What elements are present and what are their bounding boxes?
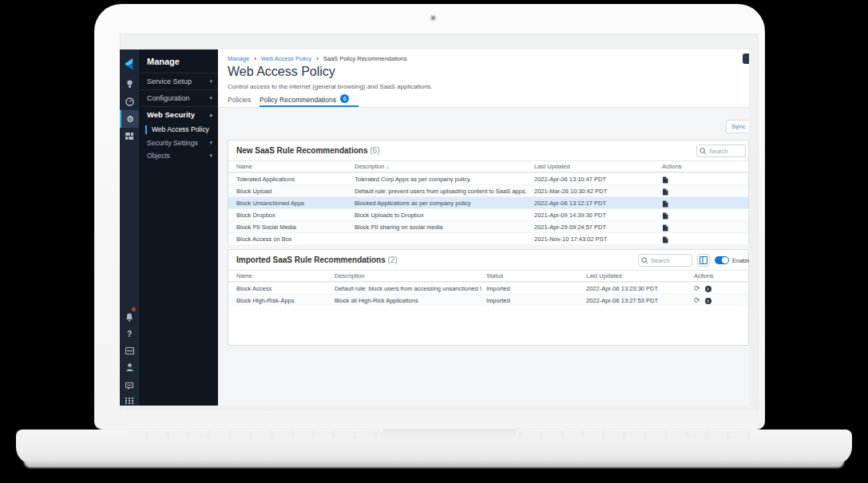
content-area: Sync New SaaS Rule Recommendations (6) (218, 108, 749, 406)
sync-button[interactable]: Sync (726, 120, 749, 133)
import-rule-icon[interactable] (662, 224, 668, 232)
column-header-actions: Actions (662, 161, 742, 172)
sidebar-item-objects[interactable]: Objects ▾ (139, 149, 218, 162)
search-icon (700, 148, 707, 155)
import-rule-icon[interactable] (662, 176, 668, 184)
sidebar-item-web-access-policy[interactable]: Web Access Policy (139, 123, 218, 137)
breadcrumb-manage[interactable]: Manage (228, 55, 249, 62)
import-rule-icon[interactable] (662, 188, 668, 196)
user-icon[interactable] (120, 359, 139, 375)
tab-bar: Policies Policy Recommendations 6 (218, 94, 749, 108)
page-header: Manage › Web Access Policy › SaaS Policy… (218, 49, 749, 108)
laptop-base (16, 430, 852, 465)
laptop-shadow (24, 461, 844, 468)
sidebar: Manage Service Setup ▾ Configuration ▾ W… (139, 49, 218, 406)
table-row-selected[interactable]: Block Unsanctioned Apps Blocked Applicat… (228, 196, 748, 208)
search-icon (641, 257, 648, 264)
page-subtitle: Control access to the internet (general … (228, 83, 433, 90)
column-picker-button[interactable] (697, 254, 710, 267)
column-header-name[interactable]: Name (236, 161, 350, 172)
lightbulb-icon[interactable] (120, 76, 139, 92)
info-icon[interactable]: i (705, 298, 711, 304)
resync-icon[interactable]: ⟳ (694, 296, 700, 304)
table-row[interactable]: Block Access Default rule: block users f… (228, 282, 748, 294)
trackpad-notch (383, 430, 516, 441)
column-header-actions: Actions (694, 271, 742, 282)
feedback-chat-icon[interactable] (120, 378, 139, 394)
columns-icon (700, 256, 707, 264)
gear-icon[interactable]: ⚙ (120, 110, 139, 128)
import-rule-icon[interactable] (662, 212, 668, 220)
sidebar-item-service-setup[interactable]: Service Setup ▾ (139, 73, 218, 89)
active-indicator (145, 125, 147, 134)
chevron-down-icon: ▾ (209, 73, 212, 89)
chevron-down-icon: ▾ (209, 137, 212, 149)
bell-notification-icon[interactable] (120, 309, 139, 325)
sidebar-item-web-security[interactable]: Web Security ▴ (139, 107, 218, 123)
layout-grid-icon[interactable] (120, 129, 139, 145)
laptop-mockup: ⚙ ? Manage (0, 0, 868, 483)
breadcrumb: Manage › Web Access Policy › SaaS Policy… (228, 55, 407, 62)
column-header-last-updated[interactable]: Last Updated (586, 271, 688, 282)
column-header-last-updated[interactable]: Last Updated (534, 161, 656, 172)
sort-descending-icon: ↓ (386, 164, 390, 169)
import-rule-icon[interactable] (662, 200, 668, 208)
table-row[interactable]: Block Upload Default rule: prevent users… (228, 184, 748, 196)
app-launcher-icon[interactable] (120, 393, 139, 406)
dashboard-gauge-icon[interactable] (120, 93, 139, 109)
sidebar-item-configuration[interactable]: Configuration ▾ (139, 90, 218, 106)
sidebar-item-security-settings[interactable]: Security Settings ▾ (139, 137, 218, 149)
new-saas-recommendations-card: New SaaS Rule Recommendations (6) Name D… (228, 140, 749, 244)
chevron-down-icon: ▾ (209, 90, 212, 106)
table-row[interactable]: Block High-Risk-Apps Block all High-Rick… (228, 294, 748, 306)
sidebar-title: Manage (139, 49, 218, 73)
card-header: New SaaS Rule Recommendations (6) (228, 141, 748, 161)
toggle-knob (722, 257, 728, 263)
row-count: (6) (370, 146, 379, 155)
tab-policies[interactable]: Policies (228, 94, 251, 107)
search-input[interactable] (651, 255, 690, 266)
column-header-status[interactable]: Status (486, 271, 581, 282)
status-badge: Imported (486, 283, 581, 295)
row-count: (2) (388, 255, 398, 264)
card-title: Imported SaaS Rule Recommendations (2) (236, 255, 398, 264)
breadcrumb-separator: › (254, 55, 256, 62)
breadcrumb-web-access-policy[interactable]: Web Access Policy (261, 55, 311, 62)
icon-rail: ⚙ ? (120, 49, 139, 406)
tab-policy-recommendations[interactable]: Policy Recommendations 6 (260, 94, 359, 107)
status-badge: Imported (486, 295, 581, 307)
tab-count-badge: 6 (340, 94, 349, 103)
main-content: Manage › Web Access Policy › SaaS Policy… (218, 49, 749, 406)
table-header-row: Name Description Status Last Updated Act… (228, 271, 748, 282)
search-box (638, 254, 692, 267)
brand-logo-icon[interactable] (120, 54, 139, 73)
webcam-dot-icon (431, 16, 435, 20)
column-header-name[interactable]: Name (236, 271, 331, 282)
notification-badge (131, 307, 137, 312)
chevron-down-icon: ▾ (209, 149, 212, 162)
table-row[interactable]: Block Access on Box 2021-Nov-10 17:43:02… (228, 232, 748, 244)
imported-saas-recommendations-card: Imported SaaS Rule Recommendations (2) E… (228, 249, 749, 346)
enable-auto-toggle[interactable] (715, 256, 729, 264)
header-action-icon-partial[interactable] (743, 53, 749, 64)
help-question-icon[interactable]: ? (120, 326, 139, 342)
column-header-description[interactable]: Description ↓ (355, 161, 529, 172)
resync-icon[interactable]: ⟳ (694, 284, 700, 292)
info-icon[interactable]: i (705, 286, 711, 292)
breadcrumb-current: SaaS Policy Recommendations (323, 55, 407, 62)
toggle-label: Enable Auto (732, 257, 749, 264)
table-row[interactable]: Tolerated Applications Tolerated Corp Ap… (228, 172, 748, 184)
console-icon[interactable] (120, 342, 139, 358)
table-row[interactable]: Block PII Social Media Block PII sharing… (228, 220, 748, 232)
column-header-description[interactable]: Description (335, 271, 482, 282)
table-row[interactable]: Block Dropbox Block Uploads to Dropbox 2… (228, 208, 748, 220)
page-title: Web Access Policy (228, 65, 335, 79)
chevron-up-icon: ▴ (209, 107, 212, 123)
app-window: ⚙ ? Manage (120, 49, 749, 406)
card-title: New SaaS Rule Recommendations (6) (236, 146, 380, 155)
import-rule-icon[interactable] (662, 236, 668, 243)
search-box (696, 145, 746, 157)
table-header-row: Name Description ↓ Last Updated Actions (228, 161, 748, 172)
breadcrumb-separator: › (316, 55, 319, 62)
search-input[interactable] (709, 145, 743, 156)
